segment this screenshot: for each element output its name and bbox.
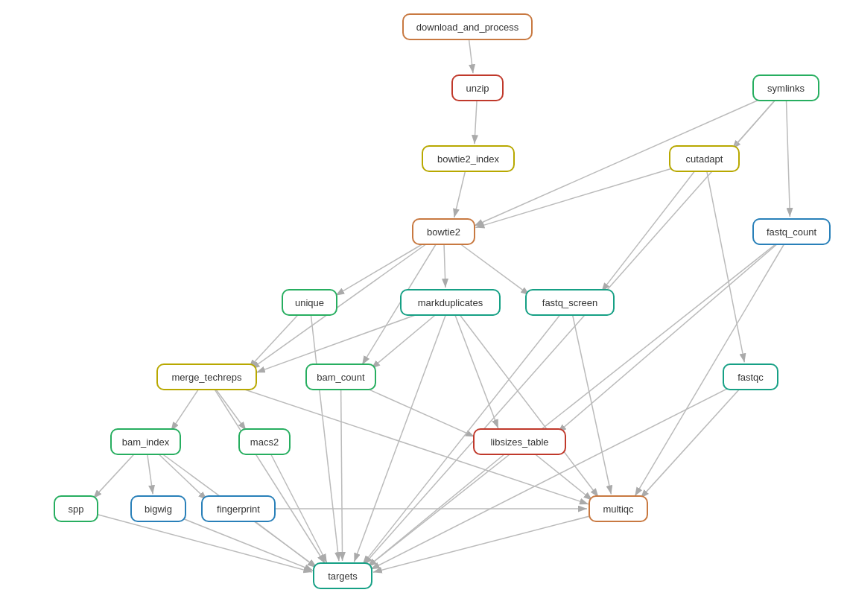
node-libsizes_table[interactable]: libsizes_table bbox=[473, 428, 566, 455]
svg-line-46 bbox=[367, 442, 519, 567]
svg-line-33 bbox=[76, 509, 312, 572]
node-cutadapt[interactable]: cutadapt bbox=[669, 145, 740, 172]
svg-line-25 bbox=[641, 377, 751, 498]
node-bam_index[interactable]: bam_index bbox=[110, 428, 181, 455]
svg-line-5 bbox=[786, 88, 790, 217]
node-targets[interactable]: targets bbox=[313, 562, 372, 589]
svg-line-38 bbox=[371, 377, 751, 569]
node-fastq_screen[interactable]: fastq_screen bbox=[525, 289, 615, 316]
node-bowtie2[interactable]: bowtie2 bbox=[412, 218, 475, 245]
svg-line-8 bbox=[601, 159, 704, 291]
svg-line-9 bbox=[705, 159, 745, 362]
node-macs2[interactable]: macs2 bbox=[238, 428, 291, 455]
node-bigwig[interactable]: bigwig bbox=[130, 495, 186, 522]
svg-line-41 bbox=[341, 377, 343, 561]
node-merge_techreps[interactable]: merge_techreps bbox=[156, 363, 257, 390]
node-spp[interactable]: spp bbox=[54, 495, 98, 522]
node-bowtie2_index[interactable]: bowtie2_index bbox=[422, 145, 515, 172]
svg-line-43 bbox=[310, 302, 339, 561]
node-fastq_count[interactable]: fastq_count bbox=[752, 218, 831, 245]
svg-line-37 bbox=[373, 509, 618, 572]
node-bam_count[interactable]: bam_count bbox=[305, 363, 376, 390]
svg-line-18 bbox=[451, 302, 498, 428]
graph-container: download_and_processunzipbowtie2_indexsy… bbox=[0, 0, 847, 616]
node-multiqc[interactable]: multiqc bbox=[589, 495, 648, 522]
svg-line-39 bbox=[367, 232, 791, 567]
svg-line-27 bbox=[558, 232, 792, 433]
node-symlinks[interactable]: symlinks bbox=[752, 74, 819, 101]
node-fastqc[interactable]: fastqc bbox=[723, 363, 778, 390]
node-fingerprint[interactable]: fingerprint bbox=[201, 495, 276, 522]
node-unzip[interactable]: unzip bbox=[451, 74, 504, 101]
node-markduplicates[interactable]: markduplicates bbox=[400, 289, 501, 316]
node-download_and_process[interactable]: download_and_process bbox=[402, 13, 533, 40]
svg-line-42 bbox=[354, 302, 450, 562]
node-unique[interactable]: unique bbox=[282, 289, 337, 316]
